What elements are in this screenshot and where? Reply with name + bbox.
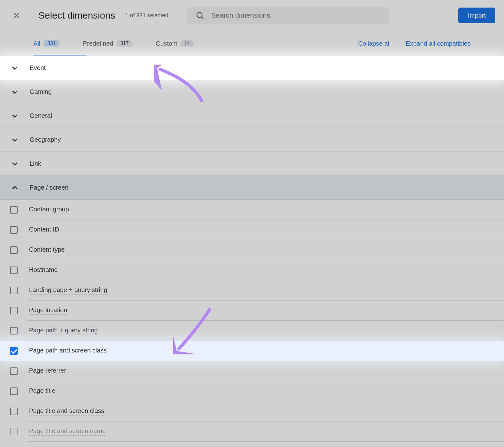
search-field[interactable] xyxy=(187,7,389,24)
dimension-row-selected[interactable]: Page path and screen class xyxy=(0,341,504,361)
category-label: General xyxy=(30,112,52,119)
category-row-page-screen[interactable]: Page / screen xyxy=(0,176,504,200)
tabs-actions: Collapse all Expand all compatibles xyxy=(358,40,471,47)
checkbox[interactable] xyxy=(10,408,18,415)
tabs: All 331 Predefined 317 Custom 14 Collaps… xyxy=(0,31,504,56)
category-label: Gaming xyxy=(30,88,52,95)
chevron-down-icon xyxy=(10,111,20,121)
chevron-down-icon xyxy=(10,63,20,73)
checkbox[interactable] xyxy=(10,387,18,395)
tab-all[interactable]: All 331 xyxy=(33,31,60,56)
category-row-general[interactable]: General xyxy=(0,104,504,128)
tab-label: All xyxy=(33,40,40,47)
checkbox[interactable] xyxy=(10,307,18,314)
category-row-event[interactable]: Event xyxy=(0,56,504,80)
import-button[interactable]: Import xyxy=(458,8,495,23)
category-label: Event xyxy=(30,64,46,72)
search-input[interactable] xyxy=(211,11,381,20)
collapse-all-link[interactable]: Collapse all xyxy=(358,40,391,47)
dimension-row[interactable]: Page referrer xyxy=(0,361,504,381)
chevron-up-icon xyxy=(10,183,20,192)
tab-label: Custom xyxy=(156,40,177,47)
chevron-down-icon xyxy=(10,135,20,145)
expand-all-link[interactable]: Expand all compatibles xyxy=(406,40,471,47)
tab-predefined[interactable]: Predefined 317 xyxy=(83,31,132,56)
checkbox[interactable] xyxy=(10,206,18,214)
dimension-row[interactable]: Page title xyxy=(0,381,504,401)
dimension-label: Content group xyxy=(29,206,69,214)
dimension-label: Landing page + query string xyxy=(29,286,107,295)
dimension-row[interactable]: Hostname xyxy=(0,260,504,280)
category-row-gaming[interactable]: Gaming xyxy=(0,80,504,104)
dimension-label: Page path and screen class xyxy=(29,347,107,355)
category-row-geography[interactable]: Geography xyxy=(0,128,504,152)
dimension-row[interactable]: Page path + query string xyxy=(0,321,504,341)
dimension-row[interactable]: Page location xyxy=(0,301,504,321)
checkbox[interactable] xyxy=(10,226,18,234)
dialog-title: Select dimensions xyxy=(38,10,115,21)
category-row-link[interactable]: Link xyxy=(0,152,504,176)
dimension-row[interactable]: Content group xyxy=(0,200,504,220)
dimension-row-disabled: Page title and screen name xyxy=(0,421,504,442)
checkbox xyxy=(10,428,18,435)
dimension-label: Content type xyxy=(29,246,65,254)
dimension-label: Hostname xyxy=(29,266,58,274)
checkbox[interactable] xyxy=(10,246,18,254)
close-icon xyxy=(13,12,20,19)
close-button[interactable] xyxy=(9,8,24,23)
selected-count: 1 of 331 selected xyxy=(125,12,168,19)
tab-count-badge: 331 xyxy=(43,40,60,47)
dimension-label: Page referrer xyxy=(29,367,66,375)
tab-count-badge: 317 xyxy=(117,40,133,47)
dimension-row[interactable]: Content type xyxy=(0,240,504,260)
dimension-label: Page location xyxy=(29,307,67,315)
dimension-row[interactable]: Page title and screen class xyxy=(0,401,504,421)
dimension-label: Page title and screen name xyxy=(29,427,106,436)
dimension-label: Page title xyxy=(29,387,55,395)
dimension-row[interactable]: Landing page + query string xyxy=(0,280,504,301)
tab-label: Predefined xyxy=(83,40,113,47)
search-icon xyxy=(196,11,204,20)
dialog-header: Select dimensions 1 of 331 selected Impo… xyxy=(0,0,504,31)
svg-point-0 xyxy=(197,12,202,17)
category-label: Link xyxy=(30,160,41,167)
dimension-row[interactable]: Content ID xyxy=(0,220,504,240)
dimension-label: Page path + query string xyxy=(29,327,98,335)
category-label: Geography xyxy=(30,136,61,143)
checkbox[interactable] xyxy=(10,367,18,375)
dimension-label: Content ID xyxy=(29,226,59,234)
chevron-down-icon xyxy=(10,87,20,97)
checkbox[interactable] xyxy=(10,287,18,294)
checkbox-checked[interactable] xyxy=(10,347,18,355)
dimension-label: Page title and screen class xyxy=(29,407,104,415)
checkbox[interactable] xyxy=(10,327,18,335)
chevron-down-icon xyxy=(10,159,20,169)
checkbox[interactable] xyxy=(10,266,18,274)
tab-count-badge: 14 xyxy=(180,40,194,47)
tab-custom[interactable]: Custom 14 xyxy=(156,31,194,56)
category-label: Page / screen xyxy=(30,184,68,191)
